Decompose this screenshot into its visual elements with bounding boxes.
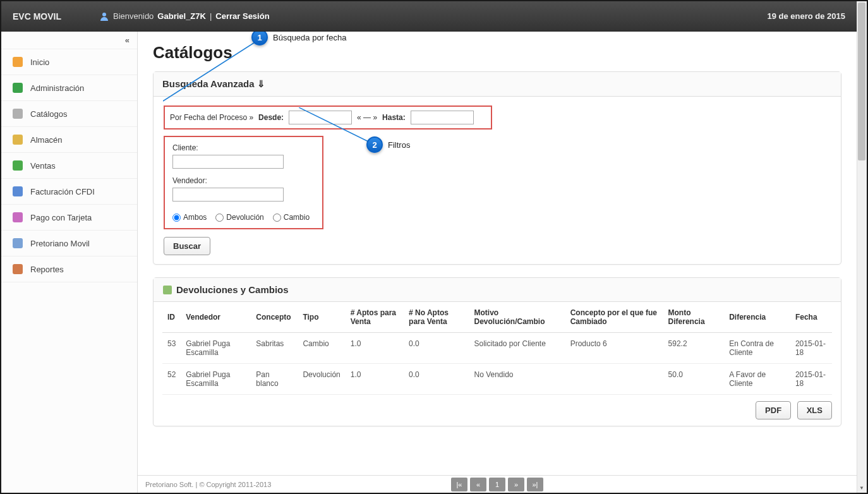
table-header: Concepto por el que fue Cambiado	[565, 302, 663, 333]
table-cell: Cambio	[298, 333, 345, 364]
table-header: Tipo	[298, 302, 345, 333]
table-cell: Pan blanco	[251, 364, 298, 395]
sidebar-item-reportes[interactable]: Reportes	[1, 256, 137, 282]
pager-last[interactable]: »|	[527, 478, 543, 491]
hasta-input[interactable]	[411, 111, 474, 124]
reports-icon	[13, 264, 23, 274]
svg-rect-1	[13, 57, 23, 67]
date-filter-group: Por Fecha del Proceso » Desde: « — » Has…	[164, 105, 492, 130]
sidebar: « InicioAdministraciónCatálogosAlmacénVe…	[1, 32, 138, 493]
table-header: # Aptos para Venta	[346, 302, 404, 333]
callout-2: 2 Filtros	[366, 136, 410, 153]
scrollbar-thumb[interactable]	[858, 3, 865, 160]
table-header: Motivo Devolución/Cambio	[469, 302, 565, 333]
svg-rect-2	[13, 83, 23, 93]
footer-text: Pretoriano Soft. | © Copyright 2011-2013	[145, 481, 271, 488]
radio-devolucion[interactable]: Devolución	[215, 213, 263, 222]
table-cell: 53	[162, 333, 181, 364]
table-header: Fecha	[790, 302, 832, 333]
table-cell: Producto 6	[565, 333, 663, 364]
search-panel: Busqueda Avanzada ⇓ Por Fecha del Proces…	[153, 71, 841, 265]
table-cell: No Vendido	[469, 364, 565, 395]
sidebar-item-label: Facturación CFDI	[30, 187, 95, 196]
sidebar-item-pago-con-tarjeta[interactable]: Pago con Tarjeta	[1, 205, 137, 231]
table-cell: 0.0	[404, 364, 469, 395]
window-scrollbar[interactable]: ▲ ▼	[857, 1, 867, 493]
catalog-icon	[13, 109, 23, 119]
table-header: # No Aptos para Venta	[404, 302, 469, 333]
table-header: Concepto	[251, 302, 298, 333]
scroll-down-icon[interactable]: ▼	[858, 484, 865, 491]
desde-input[interactable]	[289, 111, 352, 124]
svg-rect-7	[13, 212, 23, 222]
pager-first[interactable]: |«	[451, 478, 467, 491]
card-icon	[13, 212, 23, 222]
table-cell: 592.2	[663, 333, 725, 364]
warehouse-icon	[13, 135, 23, 145]
search-panel-header[interactable]: Busqueda Avanzada ⇓	[154, 72, 841, 97]
results-panel: Devoluciones y Cambios IDVendedorConcept…	[153, 277, 841, 426]
results-table: IDVendedorConceptoTipo# Aptos para Venta…	[162, 302, 832, 395]
callout-1-badge: 1	[251, 32, 268, 45]
callout-2-badge: 2	[366, 136, 383, 153]
table-cell: Gabriel Puga Escamilla	[181, 333, 251, 364]
table-cell: A Favor de Cliente	[724, 364, 790, 395]
svg-rect-8	[13, 238, 23, 248]
svg-rect-9	[13, 264, 23, 274]
results-panel-header: Devoluciones y Cambios	[154, 278, 841, 302]
callout-1-text: Búsqueda por fecha	[273, 33, 346, 42]
radio-ambos[interactable]: Ambos	[172, 213, 207, 222]
sidebar-item-label: Reportes	[30, 265, 64, 274]
username-label: Gabriel_Z7K	[157, 11, 206, 21]
logout-link[interactable]: Cerrar Sesión	[215, 11, 269, 21]
desde-label: Desde:	[258, 113, 284, 122]
pager: |« « 1 » »|	[451, 478, 543, 491]
sidebar-item-catálogos[interactable]: Catálogos	[1, 101, 137, 127]
invoice-icon	[13, 186, 23, 196]
table-cell: 50.0	[663, 364, 725, 395]
table-cell: Sabritas	[251, 333, 298, 364]
sidebar-collapse[interactable]: «	[1, 32, 137, 49]
table-header: Vendedor	[181, 302, 251, 333]
sidebar-item-facturación-cfdi[interactable]: Facturación CFDI	[1, 179, 137, 205]
table-row[interactable]: 52Gabriel Puga EscamillaPan blancoDevolu…	[162, 364, 832, 395]
top-bar: EVC MOVIL Bienvenido Gabriel_Z7K | Cerra…	[1, 1, 857, 32]
table-cell: En Contra de Cliente	[724, 333, 790, 364]
welcome-label: Bienvenido	[113, 11, 154, 21]
sidebar-item-label: Pretoriano Movil	[30, 239, 90, 248]
sidebar-item-almacén[interactable]: Almacén	[1, 127, 137, 153]
main-content: Catálogos 1 Búsqueda por fecha 2 Filtros…	[138, 32, 857, 493]
vendedor-label: Vendedor:	[172, 176, 315, 185]
vendedor-input[interactable]	[172, 188, 284, 202]
returns-icon	[162, 285, 172, 295]
table-header: Diferencia	[724, 302, 790, 333]
sidebar-item-administración[interactable]: Administración	[1, 75, 137, 101]
radio-cambio[interactable]: Cambio	[273, 213, 310, 222]
table-row[interactable]: 53Gabriel Puga EscamillaSabritasCambio1.…	[162, 333, 832, 364]
sidebar-item-ventas[interactable]: Ventas	[1, 153, 137, 179]
filters-group: Cliente: Vendedor: Ambos Devolución Camb…	[164, 136, 323, 229]
header-date: 19 de enero de 2015	[767, 11, 845, 21]
table-cell: Devolución	[298, 364, 345, 395]
export-pdf-button[interactable]: PDF	[756, 401, 791, 419]
pager-next[interactable]: »	[508, 478, 524, 491]
sidebar-item-pretoriano-movil[interactable]: Pretoriano Movil	[1, 231, 137, 256]
svg-point-0	[102, 13, 106, 16]
table-cell: 2015-01-18	[790, 333, 832, 364]
sidebar-item-inicio[interactable]: Inicio	[1, 49, 137, 75]
table-cell: 52	[162, 364, 181, 395]
sidebar-item-label: Inicio	[30, 57, 49, 67]
cliente-input[interactable]	[172, 155, 284, 169]
sidebar-item-label: Pago con Tarjeta	[30, 213, 92, 222]
table-cell: 1.0	[346, 364, 404, 395]
pager-prev[interactable]: «	[470, 478, 486, 491]
hasta-label: Hasta:	[382, 113, 406, 122]
callout-1: 1 Búsqueda por fecha	[251, 32, 346, 45]
search-button[interactable]: Buscar	[164, 237, 210, 255]
pager-page[interactable]: 1	[489, 478, 505, 491]
admin-icon	[13, 83, 23, 93]
footer: Pretoriano Soft. | © Copyright 2011-2013…	[138, 475, 857, 493]
sidebar-item-label: Almacén	[30, 135, 63, 145]
sidebar-item-label: Catálogos	[30, 109, 68, 119]
export-xls-button[interactable]: XLS	[797, 401, 832, 419]
